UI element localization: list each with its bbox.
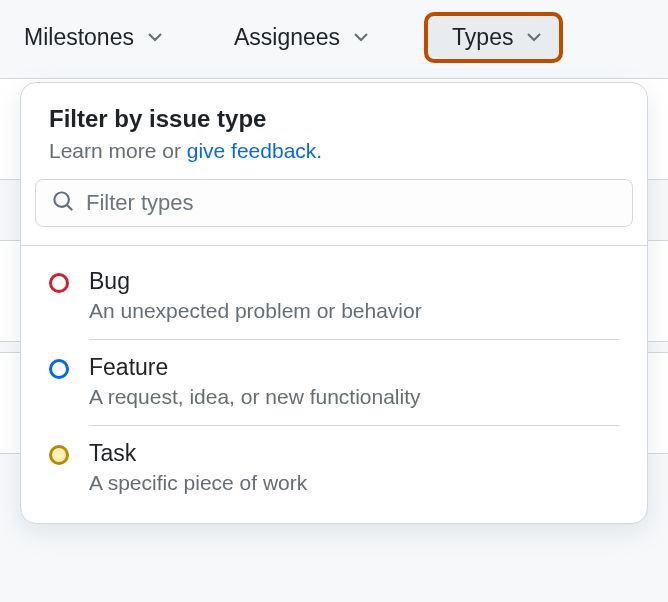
type-item-bug[interactable]: Bug An unexpected problem or behavior: [21, 254, 647, 340]
type-desc: A request, idea, or new functionality: [89, 385, 619, 409]
caret-down-icon: [354, 33, 368, 42]
dropdown-title: Filter by issue type: [49, 105, 619, 133]
type-item-task[interactable]: Task A specific piece of work: [21, 426, 647, 511]
search-icon: [52, 190, 74, 216]
milestones-filter-button[interactable]: Milestones: [8, 14, 178, 61]
search-box[interactable]: [35, 179, 633, 227]
caret-down-icon: [527, 33, 541, 42]
filter-types-input[interactable]: [86, 190, 616, 216]
type-content: Bug An unexpected problem or behavior: [89, 268, 619, 340]
assignees-filter-button[interactable]: Assignees: [218, 14, 384, 61]
task-circle-icon: [49, 445, 69, 465]
type-item-feature[interactable]: Feature A request, idea, or new function…: [21, 340, 647, 426]
type-name: Feature: [89, 354, 619, 381]
type-desc: A specific piece of work: [89, 471, 619, 495]
type-desc: An unexpected problem or behavior: [89, 299, 619, 323]
type-content: Task A specific piece of work: [89, 440, 619, 511]
milestones-label: Milestones: [24, 24, 134, 51]
search-wrapper: [21, 179, 647, 245]
type-content: Feature A request, idea, or new function…: [89, 354, 619, 426]
give-feedback-link[interactable]: give feedback.: [187, 139, 322, 162]
types-label: Types: [452, 24, 513, 51]
caret-down-icon: [148, 33, 162, 42]
dropdown-subtitle: Learn more or give feedback.: [49, 139, 619, 163]
assignees-label: Assignees: [234, 24, 340, 51]
type-name: Task: [89, 440, 619, 467]
feature-circle-icon: [49, 359, 69, 379]
bug-circle-icon: [49, 273, 69, 293]
subtitle-prefix: Learn more or: [49, 139, 187, 162]
type-list: Bug An unexpected problem or behavior Fe…: [21, 246, 647, 523]
filter-bar: Milestones Assignees Types: [0, 0, 668, 75]
types-dropdown: Filter by issue type Learn more or give …: [20, 82, 648, 524]
dropdown-header: Filter by issue type Learn more or give …: [21, 83, 647, 179]
types-filter-button[interactable]: Types: [424, 12, 563, 63]
type-name: Bug: [89, 268, 619, 295]
